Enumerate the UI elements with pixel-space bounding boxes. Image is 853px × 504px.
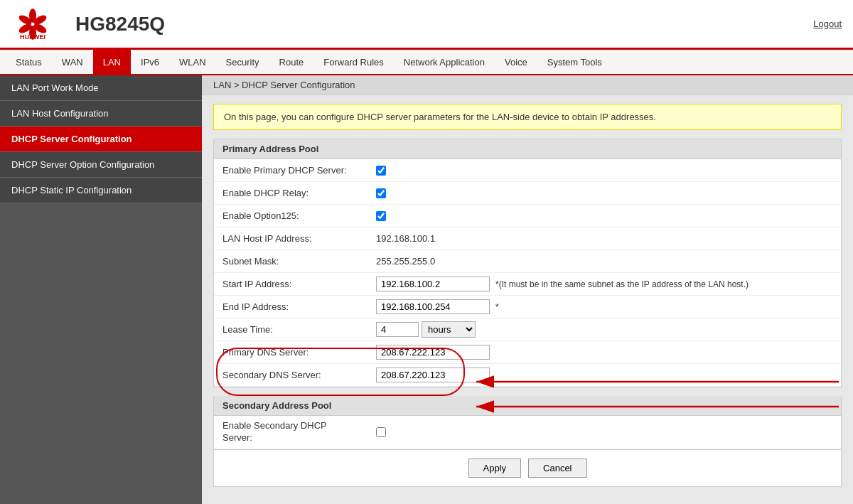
checkbox-enable-option125[interactable]	[376, 211, 386, 221]
label-enable-primary-dhcp: Enable Primary DHCP Server:	[214, 161, 370, 180]
form-row-primary-dns: Primary DNS Server:	[214, 341, 841, 364]
svg-text:HUAWEI: HUAWEI	[20, 33, 45, 41]
nav-item-security[interactable]: Security	[216, 50, 269, 74]
main-content: LAN > DHCP Server Configuration On this …	[202, 75, 853, 504]
checkbox-enable-dhcp-relay[interactable]	[376, 188, 386, 198]
checkbox-enable-primary-dhcp[interactable]	[376, 166, 386, 176]
value-enable-secondary-dhcp	[370, 424, 841, 440]
value-lan-host-ip: 192.168.100.1	[370, 230, 841, 247]
nav-item-ipv6[interactable]: IPv6	[131, 50, 169, 74]
label-lan-host-ip: LAN Host IP Address:	[214, 229, 370, 248]
cancel-button[interactable]: Cancel	[528, 459, 586, 478]
value-enable-option125	[370, 208, 841, 224]
form-row-enable-option125: Enable Option125:	[214, 205, 841, 227]
sidebar-item-lan-host-configuration[interactable]: LAN Host Configuration	[0, 101, 202, 127]
start-ip-hint: *(It must be in the same subnet as the I…	[495, 279, 749, 289]
primary-pool-header: Primary Address Pool	[214, 139, 841, 159]
value-enable-dhcp-relay	[370, 186, 841, 201]
value-start-ip: *(It must be in the same subnet as the I…	[370, 274, 841, 294]
huawei-logo: HUAWEI	[11, 6, 54, 42]
subnet-mask-text: 255.255.255.0	[376, 256, 435, 267]
input-start-ip[interactable]	[376, 277, 490, 291]
sidebar-item-lan-port-work-mode[interactable]: LAN Port Work Mode	[0, 75, 202, 101]
sidebar-item-dhcp-server-configuration[interactable]: DHCP Server Configuration	[0, 127, 202, 152]
form-row-secondary-dns: Secondary DNS Server:	[214, 364, 841, 387]
form-row-enable-secondary-dhcp: Enable Secondary DHCPServer:	[214, 416, 841, 449]
label-start-ip: Start IP Address:	[214, 274, 370, 294]
form-row-enable-primary-dhcp: Enable Primary DHCP Server:	[214, 159, 841, 182]
sidebar: LAN Port Work ModeLAN Host Configuration…	[0, 75, 202, 504]
nav-item-forward-rules[interactable]: Forward Rules	[313, 50, 394, 74]
select-lease-unit[interactable]: hours minutes days	[422, 321, 476, 338]
value-subnet-mask: 255.255.255.0	[370, 253, 841, 269]
label-subnet-mask: Subnet Mask:	[214, 252, 370, 271]
input-primary-dns[interactable]	[376, 345, 490, 360]
nav-item-route[interactable]: Route	[269, 50, 314, 74]
nav-item-wlan[interactable]: WLAN	[169, 50, 216, 74]
info-box: On this page, you can configure DHCP ser…	[213, 104, 842, 130]
sidebar-item-dhcp-static-ip-configuration[interactable]: DHCP Static IP Configuration	[0, 178, 202, 203]
nav-item-voice[interactable]: Voice	[495, 50, 537, 74]
form-row-lease-time: Lease Time: hours minutes days	[214, 318, 841, 341]
value-secondary-dns	[370, 365, 841, 385]
input-end-ip[interactable]	[376, 299, 490, 314]
label-secondary-dns: Secondary DNS Server:	[214, 365, 370, 385]
secondary-pool-header: Secondary Address Pool	[214, 396, 841, 416]
form-row-end-ip: End IP Address: *	[214, 296, 841, 318]
label-enable-secondary-dhcp: Enable Secondary DHCPServer:	[214, 416, 370, 449]
header: HUAWEI HG8245Q Logout	[0, 0, 853, 50]
logo-area: HUAWEI	[11, 6, 54, 42]
label-end-ip: End IP Address:	[214, 297, 370, 316]
input-secondary-dns[interactable]	[376, 368, 490, 382]
form-row-enable-dhcp-relay: Enable DHCP Relay:	[214, 182, 841, 205]
checkbox-enable-secondary-dhcp[interactable]	[376, 427, 386, 437]
content: LAN Port Work ModeLAN Host Configuration…	[0, 75, 853, 504]
buttons-row: Apply Cancel	[213, 450, 842, 487]
input-lease-time[interactable]	[376, 322, 419, 337]
label-enable-dhcp-relay: Enable DHCP Relay:	[214, 183, 370, 203]
device-title: HG8245Q	[75, 13, 813, 36]
lan-host-ip-text: 192.168.100.1	[376, 233, 435, 244]
form-row-lan-host-ip: LAN Host IP Address: 192.168.100.1	[214, 227, 841, 250]
value-enable-primary-dhcp	[370, 163, 841, 178]
value-primary-dns	[370, 342, 841, 363]
end-ip-hint: *	[495, 302, 499, 312]
label-primary-dns: Primary DNS Server:	[214, 343, 370, 362]
logout-button[interactable]: Logout	[813, 18, 842, 29]
apply-button[interactable]: Apply	[468, 459, 522, 478]
nav-item-wan[interactable]: WAN	[52, 50, 93, 74]
form-row-start-ip: Start IP Address: *(It must be in the sa…	[214, 273, 841, 296]
navbar: StatusWANLANIPv6WLANSecurityRouteForward…	[0, 50, 853, 75]
secondary-pool-form: Secondary Address Pool Enable Secondary …	[213, 396, 842, 450]
nav-item-network-application[interactable]: Network Application	[394, 50, 495, 74]
nav-item-system-tools[interactable]: System Tools	[537, 50, 612, 74]
label-enable-option125: Enable Option125:	[214, 206, 370, 225]
label-lease-time: Lease Time:	[214, 320, 370, 339]
sidebar-item-dhcp-server-option-configuration[interactable]: DHCP Server Option Configuration	[0, 152, 202, 178]
value-end-ip: *	[370, 296, 841, 317]
value-lease-time: hours minutes days	[370, 318, 841, 341]
nav-item-status[interactable]: Status	[6, 50, 52, 74]
nav-item-lan[interactable]: LAN	[93, 50, 131, 74]
form-row-subnet-mask: Subnet Mask: 255.255.255.0	[214, 250, 841, 273]
primary-pool-form: Primary Address Pool Enable Primary DHCP…	[213, 139, 842, 387]
breadcrumb: LAN > DHCP Server Configuration	[202, 75, 853, 95]
